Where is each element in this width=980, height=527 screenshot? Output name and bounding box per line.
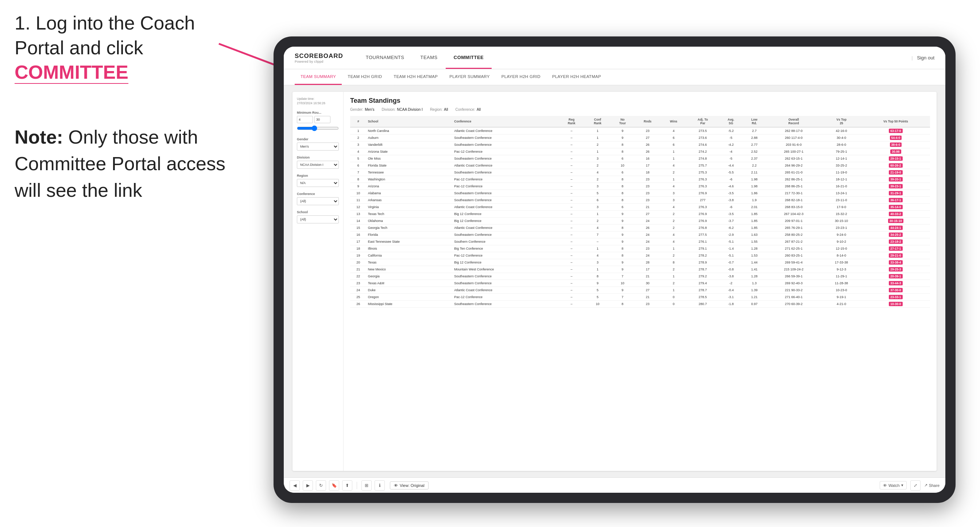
update-time: Update time: 27/03/2024 16:56:26	[297, 97, 339, 106]
table-cell[interactable]: Texas	[366, 259, 453, 266]
table-cell[interactable]: Washington	[366, 176, 453, 183]
table-cell: 3	[585, 204, 611, 211]
toolbar-back-btn[interactable]: ◀	[290, 480, 300, 490]
table-cell: 10	[611, 162, 634, 169]
table-cell[interactable]: Vanderbilt	[366, 141, 453, 148]
table-cell: -5.1	[719, 252, 743, 259]
filter-school: School (All)	[297, 210, 339, 224]
sign-out-button[interactable]: | Sign out	[912, 55, 934, 60]
table-cell: 1.55	[743, 238, 766, 245]
col-conference: Conference	[453, 116, 558, 127]
table-cell: -3.7	[719, 217, 743, 224]
table-cell[interactable]: Oklahoma	[366, 217, 453, 224]
table-cell[interactable]: North Carolina	[366, 127, 453, 135]
sub-tab-player-h2h-grid[interactable]: PLAYER H2H GRID	[496, 69, 546, 85]
table-cell[interactable]: Arizona State	[366, 148, 453, 155]
sub-tab-team-h2h-grid[interactable]: TEAM H2H GRID	[342, 69, 388, 85]
table-cell: 5	[350, 155, 366, 162]
table-cell[interactable]: Virginia	[366, 204, 453, 211]
table-row: 11ArkansasSoutheastern Conference–682332…	[350, 197, 930, 204]
table-cell: 1.53	[743, 252, 766, 259]
region-select[interactable]: N/A All	[297, 179, 339, 187]
table-cell[interactable]: Texas A&M	[366, 280, 453, 287]
table-cell[interactable]: Texas Tech	[366, 211, 453, 217]
table-cell: 21-19-0	[861, 169, 930, 176]
table-cell: -4.4	[719, 162, 743, 169]
toolbar-info-btn[interactable]: ℹ	[375, 480, 385, 490]
table-cell[interactable]: Florida	[366, 232, 453, 238]
toolbar-expand-btn[interactable]: ⤢	[910, 480, 921, 490]
table-cell: Southeastern Conference	[453, 301, 558, 308]
table-cell[interactable]: Oregon	[366, 294, 453, 301]
sub-tab-player-h2h-heatmap[interactable]: PLAYER H2H HEATMAP	[546, 69, 607, 85]
table-cell: 4	[661, 232, 686, 238]
table-row: 5Ole MissSoutheastern Conference–3616127…	[350, 155, 930, 162]
min-rounds-min-input[interactable]	[297, 116, 313, 123]
table-cell: 1	[585, 245, 611, 252]
nav-tab-tournaments[interactable]: TOURNAMENTS	[358, 47, 412, 69]
step-number: 1.	[14, 13, 30, 33]
table-cell: 3	[585, 259, 611, 266]
sub-tab-team-h2h-heatmap[interactable]: TEAM H2H HEATMAP	[388, 69, 444, 85]
table-cell: Pac-12 Conference	[453, 183, 558, 190]
toolbar-bookmark-btn[interactable]: 🔖	[329, 480, 339, 490]
table-cell[interactable]: Alabama	[366, 190, 453, 197]
sub-tab-team-summary[interactable]: TEAM SUMMARY	[295, 69, 342, 85]
table-cell: -1.8	[719, 301, 743, 308]
table-cell: 276.9	[686, 217, 719, 224]
table-cell[interactable]: East Tennessee State	[366, 238, 453, 245]
gender-select[interactable]: Men's Women's	[297, 143, 339, 151]
table-cell[interactable]: Mississippi State	[366, 301, 453, 308]
table-cell[interactable]: Auburn	[366, 135, 453, 141]
table-cell[interactable]: Florida State	[366, 162, 453, 169]
table-cell[interactable]: Arizona	[366, 183, 453, 190]
share-button[interactable]: ↗ Share	[924, 483, 940, 487]
table-cell: 262 63-15-1	[766, 155, 822, 162]
table-cell: 9-19-1	[822, 294, 861, 301]
table-cell[interactable]: Tennessee	[366, 169, 453, 176]
table-cell: 4	[661, 183, 686, 190]
table-cell[interactable]: New Mexico	[366, 266, 453, 273]
table-cell: 8	[611, 245, 634, 252]
table-cell: 278.9	[686, 259, 719, 266]
table-row: 10AlabamaSoutheastern Conference–5823327…	[350, 190, 930, 197]
table-cell[interactable]: Ole Miss	[366, 155, 453, 162]
table-cell: 13-24-1	[822, 190, 861, 197]
filter-conference: Conference (All)	[297, 192, 339, 205]
sub-tab-player-summary[interactable]: PLAYER SUMMARY	[444, 69, 496, 85]
table-cell[interactable]: California	[366, 252, 453, 259]
table-cell: –	[558, 135, 584, 141]
table-cell[interactable]: Arkansas	[366, 197, 453, 204]
min-rounds-max-input[interactable]	[314, 116, 331, 123]
division-select[interactable]: NCAA Division I NCAA Division II NCAA Di…	[297, 161, 339, 169]
toolbar-grid-btn[interactable]: ⊞	[361, 480, 372, 490]
table-cell: 2	[661, 211, 686, 217]
toolbar-share-small-btn[interactable]: ⬆	[342, 480, 352, 490]
toolbar-fwd-btn[interactable]: ▶	[303, 480, 313, 490]
table-cell: 262 88-17-0	[766, 127, 822, 135]
table-cell[interactable]: Duke	[366, 287, 453, 294]
table-cell: –	[558, 224, 584, 232]
table-cell: 24	[634, 252, 661, 259]
table-cell[interactable]: Georgia Tech	[366, 224, 453, 232]
school-select[interactable]: (All)	[297, 215, 339, 224]
nav-tab-teams[interactable]: TEAMS	[412, 47, 445, 69]
table-cell: 209 97-01-1	[766, 217, 822, 224]
table-cell: 8	[611, 183, 634, 190]
table-cell: 39-23-1	[861, 183, 930, 190]
table-cell: 274.2	[686, 148, 719, 155]
conference-select[interactable]: (All)	[297, 197, 339, 205]
table-cell: Pac-12 Conference	[453, 176, 558, 183]
table-cell: 6	[611, 169, 634, 176]
table-cell[interactable]: Illinois	[366, 245, 453, 252]
table-cell: 23-11-0	[822, 197, 861, 204]
table-cell: 273.5	[686, 127, 719, 135]
toolbar-reload-btn[interactable]: ↻	[316, 480, 326, 490]
watch-button[interactable]: 👁 Watch ▾	[880, 481, 907, 489]
table-row: 3VanderbiltSoutheastern Conference–28266…	[350, 141, 930, 148]
min-rounds-slider[interactable]	[297, 125, 339, 131]
table-cell[interactable]: Georgia	[366, 273, 453, 280]
table-cell: 203 91-6-0	[766, 141, 822, 148]
nav-tab-committee[interactable]: COMMITTEE	[446, 47, 492, 69]
view-original-button[interactable]: 👁 View: Original	[390, 481, 428, 489]
